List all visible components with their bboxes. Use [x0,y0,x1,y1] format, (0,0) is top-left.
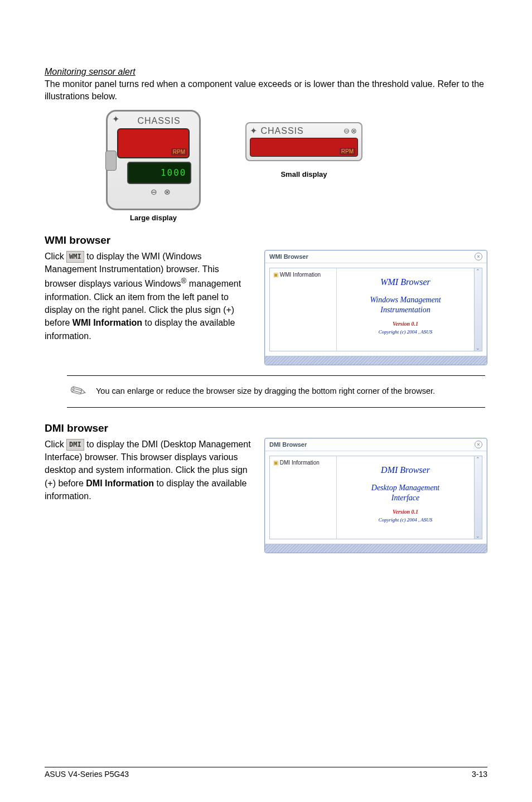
wmi-window-title: WMI Browser [269,253,308,260]
page-footer: ASUS V4-Series P5G43 3-13 [45,767,487,779]
wmi-copyright: Copyright (c) 2004 , ASUS [339,329,472,335]
chassis-gauge-large: ✦ CHASSIS RPM 1000 ⊖ ⊗ [106,110,201,210]
note-text: You can enlarge or reduce the browser si… [96,386,435,397]
dmi-content-title: DMI Browser [339,465,472,475]
display-examples-row: ✦ CHASSIS RPM 1000 ⊖ ⊗ Large display ✦ C… [106,110,487,222]
alert-red-box-small: RPM [250,138,358,157]
fan-icon: ✦ [112,114,119,124]
dmi-text-1: Click [45,439,66,449]
large-display-caption: Large display [106,214,201,222]
footer-right: 3-13 [472,770,487,779]
wmi-content-sub1: Windows Management [339,295,472,305]
monitor-alert-heading: Monitoring sensor alert [45,67,487,77]
dmi-version: Version 0.1 [339,509,472,515]
fan-icon-small: ✦ [250,126,258,136]
close-icon[interactable]: × [475,441,482,448]
rpm-badge-small: RPM [340,148,355,155]
slider-handle[interactable] [105,151,117,171]
dmi-info-bold: DMI Information [86,479,154,488]
wmi-info-bold: WMI Information [72,318,142,327]
note-block: ✎ You can enlarge or reduce the browser … [67,375,485,408]
wmi-window-titlebar: WMI Browser × [265,250,487,263]
wmi-tree-item[interactable]: WMI Information [273,272,333,278]
wmi-resize-grip[interactable] [265,356,487,365]
wmi-tree-panel[interactable]: WMI Information [270,268,337,351]
wmi-button[interactable]: WMI [66,251,84,263]
wmi-version: Version 0.1 [339,321,472,327]
wmi-content-sub2: Instrumentation [339,305,472,315]
small-display-caption: Small display [245,170,362,178]
dmi-text: Click DMI to display the DMI (Desktop Ma… [45,438,251,503]
wmi-text: Click WMI to display the WMI (Windows Ma… [45,250,251,342]
wmi-scrollbar[interactable] [474,268,482,351]
pencil-icon: ✎ [66,378,90,405]
dmi-row: Click DMI to display the DMI (Desktop Ma… [45,438,487,553]
wmi-content-title: WMI Browser [339,277,472,287]
small-display-col: ✦ CHASSIS ⊖⊗ RPM Small display [245,122,362,178]
chassis-gauge-small: ✦ CHASSIS ⊖⊗ RPM [245,122,362,161]
dmi-content-panel: DMI Browser Desktop Management Interface… [337,456,474,539]
dmi-copyright: Copyright (c) 2004 , ASUS [339,517,472,523]
dmi-content-sub2: Interface [339,493,472,503]
wmi-heading: WMI browser [45,234,487,247]
gauge-icons-row: ⊖ ⊗ [151,187,173,196]
large-display-col: ✦ CHASSIS RPM 1000 ⊖ ⊗ Large display [106,110,201,222]
wmi-browser-window: WMI Browser × WMI Information WMI Browse… [264,250,487,365]
reg-mark: ® [181,277,187,285]
dmi-scrollbar[interactable] [474,456,482,539]
wmi-text-1: Click [45,252,66,261]
scale-icon[interactable]: ⊖ [151,187,159,196]
dmi-window-title: DMI Browser [269,441,307,448]
close-icon[interactable]: × [475,253,482,260]
chassis-label-small: CHASSIS [260,126,303,136]
dmi-tree-item[interactable]: DMI Information [273,460,333,466]
dmi-resize-grip[interactable] [265,544,487,553]
dmi-tree-panel[interactable]: DMI Information [270,456,337,539]
rpm-badge-large: RPM [171,148,187,156]
scale-icon-small[interactable]: ⊖ [344,127,351,135]
dmi-browser-window: DMI Browser × DMI Information DMI Browse… [264,438,487,553]
wmi-row: Click WMI to display the WMI (Windows Ma… [45,250,487,365]
dmi-button[interactable]: DMI [66,439,84,451]
monitor-alert-body: The monitor panel turns red when a compo… [45,78,487,103]
close-icon[interactable]: ⊗ [164,187,173,196]
green-readout: 1000 [127,162,191,184]
dmi-content-sub1: Desktop Management [339,483,472,493]
alert-red-box-large: RPM [117,128,190,158]
wmi-content-panel: WMI Browser Windows Management Instrumen… [337,268,474,351]
dmi-window-titlebar: DMI Browser × [265,438,487,451]
chassis-label-large: CHASSIS [137,116,180,126]
dmi-heading: DMI browser [45,422,487,434]
footer-left: ASUS V4-Series P5G43 [45,770,129,779]
close-icon-small[interactable]: ⊗ [351,127,358,135]
